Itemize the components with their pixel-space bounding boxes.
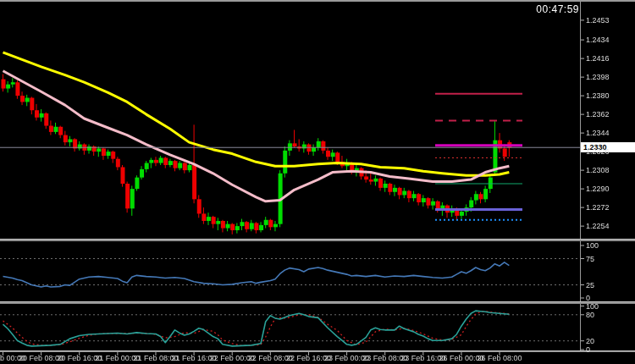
indicator-axis-label: 0 (586, 294, 590, 302)
price-axis-label: 1.2254 (586, 222, 610, 230)
price-axis-label: 1.2326 (586, 147, 610, 156)
price-axis-label: 1.2362 (586, 110, 610, 119)
price-axis-label: 1.2398 (586, 73, 610, 81)
price-axis-label: 1.2453 (586, 16, 610, 25)
trading-chart-window: 00:47:59 1.2330 1.24531.24341.24161.2398… (0, 0, 635, 364)
indicator-axis-label: 100 (586, 302, 599, 311)
price-axis-label: 1.2308 (586, 166, 610, 174)
time-axis-separator (0, 350, 635, 352)
price-axis-border (580, 2, 581, 351)
window-top-border (0, 0, 635, 2)
indicator-axis-label: 80 (586, 311, 594, 319)
panel-separator-1[interactable] (0, 239, 635, 241)
indicator-axis-label: 25 (586, 281, 594, 290)
price-axis-label: 1.2272 (586, 203, 610, 212)
price-axis-label: 1.2416 (586, 54, 610, 63)
panel-separator-2[interactable] (0, 301, 635, 304)
indicator-axis-label: 100 (586, 241, 599, 250)
price-axis-label: 1.2290 (586, 185, 610, 193)
price-axis-label: 1.2344 (586, 129, 610, 137)
indicator-axis-label: 20 (586, 337, 594, 345)
chart-plot-canvas[interactable] (0, 0, 635, 364)
time-axis-label: 26 Feb 08:00 (472, 354, 527, 362)
candle-countdown-timer: 00:47:59 (474, 3, 579, 15)
indicator-axis-label: 75 (586, 255, 594, 263)
indicator-axis-label: 0 (586, 345, 590, 354)
price-axis-label: 1.2434 (586, 36, 610, 44)
price-axis-label: 1.2380 (586, 91, 610, 100)
